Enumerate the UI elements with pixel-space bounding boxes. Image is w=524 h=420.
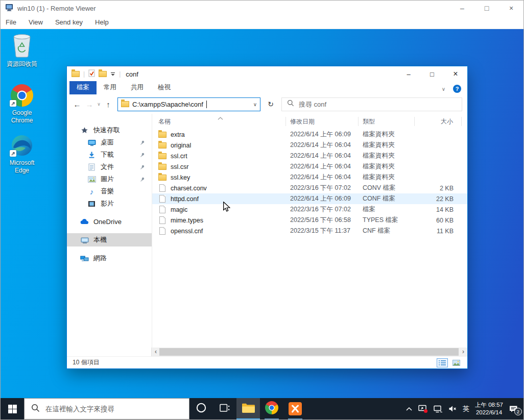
sidebar-item-network[interactable]: 網路 [67,252,152,265]
menu-item-view[interactable]: View [29,18,43,26]
sidebar-item-downloads[interactable]: 下載 [67,149,152,161]
scroll-left-icon[interactable]: ‹ [152,348,160,356]
file-row-extra[interactable]: extra2022/6/14 上午 06:09檔案資料夾 [152,129,467,140]
tab-share[interactable]: 共用 [124,81,151,94]
tray-ime-indicator[interactable]: 英 [463,404,469,413]
taskbar-chrome-button[interactable] [260,398,283,419]
sidebar-item-videos[interactable]: 影片 [67,197,152,210]
start-button[interactable] [1,398,24,419]
file-row-mime.types[interactable]: mime.types2022/5/16 下午 06:58TYPES 檔案60 K… [152,215,467,226]
viewer-maximize-button[interactable]: □ [474,1,499,16]
sidebar-item-label: OneDrive [93,218,122,226]
refresh-icon[interactable]: ↻ [264,97,278,111]
tray-volume-muted-icon[interactable] [448,405,457,412]
desktop-icon-google-chrome[interactable]: ↗ Google Chrome [2,81,42,125]
qat-properties-icon[interactable] [88,69,95,79]
viewer-close-button[interactable]: × [499,1,523,16]
sidebar-item-desktop[interactable]: 桌面 [67,136,152,149]
task-view-button[interactable] [213,398,236,419]
sidebar-item-this-pc[interactable]: 本機 [67,233,152,246]
large-icons-view-button[interactable] [450,358,462,367]
sidebar-item-documents[interactable]: 文件 [67,161,152,173]
address-bar[interactable]: C:\xamppS\apache\conf ∨ [117,97,260,111]
remote-viewer-window: win10 (1) - Remote Viewer – □ × FileView… [0,0,524,420]
file-name: original [171,142,191,149]
explorer-search-box[interactable] [281,97,462,111]
help-icon[interactable]: ? [453,85,461,93]
tab-home[interactable]: 常用 [97,81,124,94]
tab-file[interactable]: 檔案 [69,81,97,94]
video-icon [87,201,96,207]
sort-ascending-icon [218,114,223,121]
tray-show-hidden-icons[interactable] [406,406,413,412]
picture-icon [87,176,96,183]
file-row-ssl.crt[interactable]: ssl.crt2022/6/14 上午 06:04檔案資料夾 [152,151,467,161]
file-row-charset.conv[interactable]: charset.conv2022/3/16 下午 07:02CONV 檔案2 K… [152,183,467,193]
remote-desktop[interactable]: 資源回收筒 ↗ Google Chrome [1,29,523,398]
recent-locations-icon[interactable]: ∨ [96,102,102,107]
menu-item-file[interactable]: File [6,18,16,26]
sidebar-item-pictures[interactable]: 圖片 [67,173,152,185]
file-row-ssl.csr[interactable]: ssl.csr2022/6/14 上午 06:04檔案資料夾 [152,161,467,172]
minimize-icon: – [460,4,464,12]
qat-dropdown-icon[interactable] [110,69,115,79]
file-row-httpd.conf[interactable]: httpd.conf2022/6/14 上午 06:09CONF 檔案22 KB [152,193,467,204]
explorer-statusbar: 10 個項目 [67,356,467,368]
file-row-openssl.cnf[interactable]: openssl.cnf2022/3/15 下午 11:37CNF 檔案11 KB [152,226,467,236]
menu-item-send-key[interactable]: Send key [55,18,83,26]
file-row-original[interactable]: original2022/6/14 上午 06:04檔案資料夾 [152,140,467,151]
up-icon[interactable]: ↑ [102,100,114,109]
viewer-title: win10 (1) - Remote Viewer [17,5,96,12]
file-row-magic[interactable]: magic2022/3/16 下午 07:02檔案14 KB [152,204,467,215]
file-type: CNF 檔案 [359,227,415,235]
file-row-ssl.key[interactable]: ssl.key2022/6/14 上午 06:04檔案資料夾 [152,172,467,183]
scrollbar-thumb[interactable] [159,348,459,356]
microsoft-edge-icon: ↗ [2,131,42,157]
explorer-maximize-button[interactable]: □ [420,66,444,82]
sidebar-item-onedrive[interactable]: OneDrive [67,215,152,228]
column-header-date-modified[interactable]: 修改日期 [286,117,359,126]
taskbar-search-input[interactable] [45,405,189,413]
explorer-search-input[interactable] [299,101,457,108]
file-list: extra2022/6/14 上午 06:09檔案資料夾original2022… [152,129,467,348]
viewer-menubar: FileViewSend keyHelp [1,16,523,29]
explorer-minimize-button[interactable]: – [397,66,420,82]
file-size: 2 KB [415,185,462,192]
explorer-window-title: conf [126,70,138,78]
back-icon[interactable]: ← [71,100,83,109]
music-icon: ♪ [87,187,96,196]
tray-clock[interactable]: 上午 08:57 2022/6/14 [475,401,503,416]
tray-network-icon[interactable] [434,405,443,413]
shortcut-arrow-icon: ↗ [10,150,16,157]
file-type: CONF 檔案 [359,194,415,203]
scroll-right-icon[interactable]: › [459,348,467,356]
details-view-button[interactable] [437,358,448,367]
desktop-icon-recycle-bin[interactable]: 資源回收筒 [2,32,42,68]
cloud-icon [80,218,89,225]
tab-view[interactable]: 檢視 [151,81,178,94]
qat-new-folder-icon[interactable] [99,71,107,77]
minimize-icon: – [407,70,410,78]
action-center-button[interactable]: 2 [509,405,518,413]
horizontal-scrollbar[interactable]: ‹ › [152,348,467,356]
sidebar-item-music[interactable]: ♪音樂 [67,185,152,197]
sidebar-item-quick-access[interactable]: 快速存取 [67,124,152,136]
menu-item-help[interactable]: Help [95,18,109,26]
column-header-size[interactable]: 大小 [415,117,462,126]
column-header-type[interactable]: 類型 [359,117,415,126]
taskbar-file-explorer-button[interactable] [236,398,260,419]
file-date-modified: 2022/6/14 上午 06:04 [286,173,359,182]
address-path: C:\xamppS\apache\conf [132,101,203,108]
explorer-titlebar: | | conf – □ × [67,66,467,82]
forward-icon[interactable]: → [83,100,96,109]
desktop-icon-microsoft-edge[interactable]: ↗ Microsoft Edge [2,131,42,175]
taskbar-search-box[interactable] [24,398,189,419]
folder-icon [158,153,166,159]
taskbar-xampp-button[interactable] [283,398,307,419]
explorer-close-button[interactable]: × [444,66,467,82]
viewer-minimize-button[interactable]: – [450,1,474,16]
tray-remote-session-icon[interactable] [418,405,428,413]
cortana-button[interactable] [189,398,213,419]
ribbon-expand-icon[interactable]: ∨ [442,86,445,92]
address-dropdown-icon[interactable]: ∨ [253,102,257,107]
